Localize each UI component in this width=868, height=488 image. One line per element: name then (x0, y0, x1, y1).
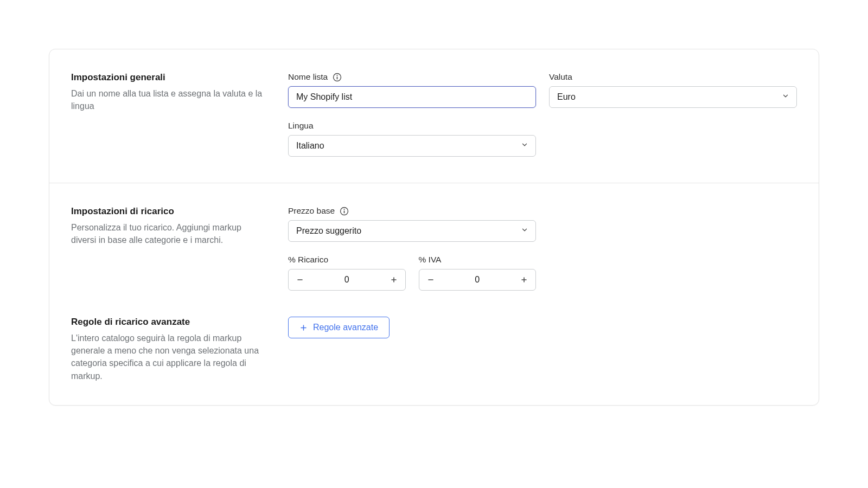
currency-value: Euro (557, 92, 576, 102)
svg-rect-13 (303, 325, 304, 331)
base-price-field: Prezzo base Prezzo suggerito (288, 206, 536, 242)
language-field: Lingua Italiano (288, 121, 536, 157)
currency-label: Valuta (549, 72, 572, 82)
markup-increment-button[interactable] (382, 269, 405, 290)
general-section-header: Impostazioni generali Dai un nome alla t… (71, 72, 288, 157)
vat-increment-button[interactable] (513, 269, 535, 290)
svg-rect-8 (393, 277, 394, 282)
markup-settings-section: Impostazioni di ricarico Personalizza il… (49, 183, 819, 317)
svg-point-1 (336, 75, 337, 76)
vat-decrement-button[interactable] (419, 269, 442, 290)
general-settings-section: Impostazioni generali Dai un nome alla t… (49, 49, 819, 183)
markup-percent-label: % Ricarico (288, 255, 328, 265)
language-select[interactable]: Italiano (288, 135, 536, 157)
advanced-description: L'intero catalogo seguirà la regola di m… (71, 332, 266, 382)
markup-percent-stepper: 0 (288, 269, 406, 291)
language-label: Lingua (288, 121, 314, 131)
currency-field: Valuta Euro (549, 72, 797, 108)
vat-percent-value: 0 (442, 275, 513, 285)
svg-rect-5 (343, 210, 344, 213)
list-name-input[interactable] (288, 86, 536, 108)
advanced-rules-button[interactable]: Regole avanzate (288, 317, 390, 338)
svg-rect-2 (336, 76, 337, 79)
base-price-label: Prezzo base (288, 206, 335, 216)
markup-percent-value: 0 (311, 275, 382, 285)
markup-decrement-button[interactable] (289, 269, 311, 290)
language-value: Italiano (296, 141, 324, 151)
vat-percent-stepper: 0 (419, 269, 537, 291)
info-icon[interactable] (332, 72, 342, 82)
advanced-rules-section: Regole di ricarico avanzate L'intero cat… (49, 317, 819, 405)
plus-icon (299, 324, 308, 332)
general-title: Impostazioni generali (71, 72, 266, 83)
svg-rect-6 (297, 279, 303, 280)
svg-rect-11 (524, 277, 525, 282)
markup-percent-field: % Ricarico 0 (288, 255, 406, 291)
info-icon[interactable] (339, 206, 349, 216)
advanced-section-header: Regole di ricarico avanzate L'intero cat… (71, 317, 288, 382)
advanced-title: Regole di ricarico avanzate (71, 317, 266, 328)
svg-rect-9 (428, 279, 433, 280)
advanced-rules-label: Regole avanzate (313, 323, 378, 332)
vat-percent-field: % IVA 0 (419, 255, 537, 291)
base-price-value: Prezzo suggerito (296, 226, 361, 236)
settings-card: Impostazioni generali Dai un nome alla t… (49, 49, 819, 406)
vat-percent-label: % IVA (419, 255, 442, 265)
svg-point-4 (343, 209, 344, 210)
markup-section-header: Impostazioni di ricarico Personalizza il… (71, 206, 288, 291)
list-name-field: Nome lista (288, 72, 536, 108)
base-price-select[interactable]: Prezzo suggerito (288, 220, 536, 242)
list-name-label: Nome lista (288, 72, 328, 82)
currency-select[interactable]: Euro (549, 86, 797, 108)
general-description: Dai un nome alla tua lista e assegna la … (71, 87, 266, 112)
markup-title: Impostazioni di ricarico (71, 206, 266, 217)
markup-description: Personalizza il tuo ricarico. Aggiungi m… (71, 221, 266, 246)
